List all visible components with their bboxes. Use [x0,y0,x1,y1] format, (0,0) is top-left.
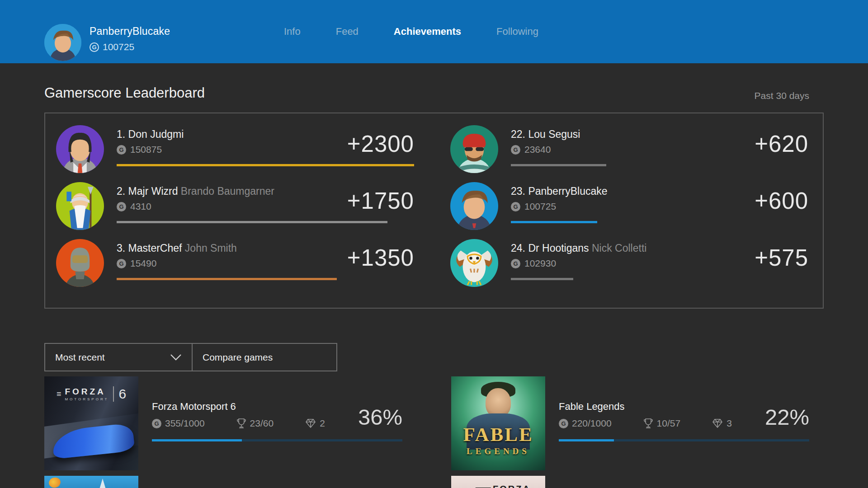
leaderboard-row-3[interactable]: 3. MasterChef John Smith G 15490 +1350 [56,239,414,296]
xbox-app-profile-page: PanberryBlucake G 100725 Info Feed Achie… [0,0,868,488]
game-achievements-value: 23/60 [250,418,274,429]
game-progress-track [152,439,402,441]
avatar-majr-wizrd [56,182,104,230]
forza-logo: FORZA [474,484,531,488]
entry-delta: +2300 [347,131,414,157]
gamerscore-icon: G [117,202,126,211]
entry-score-value: 23640 [524,144,551,155]
entry-progress-bar [117,221,387,223]
boxart-title-line1: FORZA [65,387,108,397]
avatar-masterchef [56,239,104,287]
leaderboard-row-23[interactable]: 23. PanberryBlucake G 100725 +600 [450,182,808,239]
avatar-don-judgmi [56,125,104,173]
entry-rank: 22. [511,128,525,140]
fable-logo: FABLE LEGENDS [451,423,545,456]
entry-rank: 23. [511,185,525,197]
forza-6-boxart: ≡ FORZA MOTORSPORT 6 [44,376,138,470]
game-completion-percent: 22% [765,404,809,430]
sort-dropdown[interactable]: Most recent [44,343,193,371]
entry-gamertag: MasterChef [128,242,182,254]
entry-score-value: 4310 [130,201,151,212]
game-row-fable-legends[interactable]: FABLE LEGENDS Fable Legends G 220/1000 [451,376,809,470]
gamerscore-icon: G [117,259,126,268]
gamerscore-leaderboard-panel: 1. Don Judgmi G 150875 +2300 [44,113,824,309]
leaderboard-entry-content: 2. Majr Wizrd Brando Baumgarner G 4310 +… [117,182,414,233]
next-game-boxart-partial[interactable] [44,476,138,488]
game-challenges-stat: 2 [305,418,325,429]
boxart-decoration [99,479,107,488]
trophy-icon [236,418,246,429]
leaderboard-entry-content: 23. PanberryBlucake G 100725 +600 [511,182,808,233]
entry-progress-bar [511,164,606,166]
games-filter-bar: Most recent Compare games [44,343,337,371]
entry-progress-bar [117,164,414,166]
entry-gamertag: Dr Hootigans [528,242,589,254]
gamerscore-icon: G [90,42,99,52]
leaderboard-row-24[interactable]: 24. Dr Hootigans Nick Colletti G 102930 … [450,239,808,296]
game-challenges-value: 3 [726,418,732,429]
entry-gamertag: Lou Segusi [528,128,580,140]
game-progress-fill [559,439,614,441]
game-gamerscore-stat: G 355/1000 [152,418,205,429]
entry-score-value: 102930 [524,258,556,269]
entry-rank: 1. [117,128,125,140]
entry-realname: Brando Baumgarner [181,185,274,197]
game-achievements-value: 10/57 [657,418,681,429]
entry-rank: 3. [117,242,125,254]
avatar-lou-segusi [450,125,498,173]
game-achievements-stat: 23/60 [236,418,274,429]
game-challenges-stat: 3 [712,418,732,429]
tab-following[interactable]: Following [496,26,538,38]
tab-info[interactable]: Info [284,26,301,38]
compare-games-button[interactable]: Compare games [193,343,337,371]
tab-achievements[interactable]: Achievements [394,26,461,38]
game-completion-percent: 36% [358,404,402,430]
forza-swoosh-icon: ≡ [57,389,61,399]
gamerscore-icon: G [511,145,520,155]
profile-avatar-image [44,24,81,61]
leaderboard-entry-content: 1. Don Judgmi G 150875 +2300 [117,125,414,176]
leaderboard-entry-content: 3. MasterChef John Smith G 15490 +1350 [117,239,414,290]
leaderboard-row-1[interactable]: 1. Don Judgmi G 150875 +2300 [56,125,414,182]
tab-feed[interactable]: Feed [336,26,359,38]
game-row-forza-motorsport-6[interactable]: ≡ FORZA MOTORSPORT 6 Forza Motorsport 6 … [44,376,402,470]
profile-username: PanberryBlucake [90,25,170,38]
game-gamerscore-value: 220/1000 [572,418,612,429]
entry-delta: +1750 [347,188,414,214]
fable-legends-boxart: FABLE LEGENDS [451,376,545,470]
gamerscore-icon: G [511,202,520,211]
entry-realname: John Smith [185,242,237,254]
game-achievements-stat: 10/57 [643,418,681,429]
gamerscore-icon: G [511,259,520,268]
boxart-title-line2: LEGENDS [451,446,545,456]
entry-progress-bar [511,278,573,280]
entry-score-value: 100725 [524,201,556,212]
chevron-down-icon [170,354,182,361]
forza-logo: ≡ FORZA MOTORSPORT 6 [44,386,138,402]
boxart-divider [113,386,114,402]
avatar-panberryblucake [450,182,498,230]
leaderboard-entry-content: 24. Dr Hootigans Nick Colletti G 102930 … [511,239,808,290]
entry-delta: +620 [755,131,808,157]
profile-header: PanberryBlucake G 100725 Info Feed Achie… [0,0,868,63]
gamerscore-icon: G [152,419,161,428]
game-info: Forza Motorsport 6 G 355/1000 23/60 [152,376,402,470]
leaderboard-row-2[interactable]: 2. Majr Wizrd Brando Baumgarner G 4310 +… [56,182,414,239]
next-game-boxart-partial-forza[interactable]: FORZA [451,476,545,488]
entry-delta: +600 [755,188,808,214]
profile-gamerscore-value: 100725 [103,42,134,52]
game-gamerscore-stat: G 220/1000 [559,418,612,429]
gem-icon [712,418,723,428]
boxart-title-line1: FABLE [451,423,545,446]
entry-progress-bar [117,278,337,280]
leaderboard-row-22[interactable]: 22. Lou Segusi G 23640 +620 [450,125,808,182]
entry-realname: Nick Colletti [592,242,646,254]
gamerscore-icon: G [559,419,568,428]
game-challenges-value: 2 [320,418,325,429]
profile-avatar[interactable] [44,24,81,61]
entry-delta: +1350 [347,244,414,271]
entry-gamertag: Majr Wizrd [128,185,178,197]
sort-dropdown-value: Most recent [55,352,105,363]
compare-games-label: Compare games [203,352,273,363]
boxart-character-face [486,388,511,417]
